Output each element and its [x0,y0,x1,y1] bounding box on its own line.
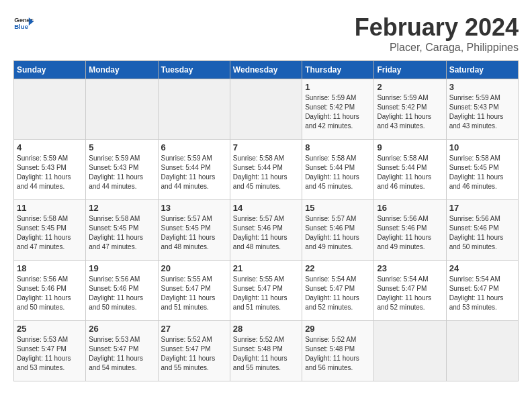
calendar-cell: 16Sunrise: 5:56 AM Sunset: 5:46 PM Dayli… [374,200,446,261]
calendar-cell [374,321,446,381]
day-number: 16 [377,203,443,213]
day-info: Sunrise: 5:58 AM Sunset: 5:44 PM Dayligh… [377,154,443,191]
day-info: Sunrise: 5:57 AM Sunset: 5:46 PM Dayligh… [233,214,299,252]
calendar-cell: 12Sunrise: 5:58 AM Sunset: 5:45 PM Dayli… [86,200,158,261]
day-info: Sunrise: 5:55 AM Sunset: 5:47 PM Dayligh… [161,275,227,312]
day-number: 28 [233,324,299,334]
header: General Blue February 2024 Placer, Carag… [13,13,519,54]
day-info: Sunrise: 5:54 AM Sunset: 5:47 PM Dayligh… [305,275,371,312]
weekday-header-wednesday: Wednesday [230,61,302,79]
calendar-cell: 27Sunrise: 5:52 AM Sunset: 5:47 PM Dayli… [158,321,230,381]
calendar-cell: 28Sunrise: 5:52 AM Sunset: 5:48 PM Dayli… [230,321,302,381]
day-number: 25 [17,324,83,334]
calendar-table: SundayMondayTuesdayWednesdayThursdayFrid… [13,60,519,381]
day-info: Sunrise: 5:53 AM Sunset: 5:47 PM Dayligh… [89,335,154,373]
day-info: Sunrise: 5:59 AM Sunset: 5:44 PM Dayligh… [161,154,227,191]
day-number: 18 [17,263,83,273]
calendar-cell [446,321,518,381]
calendar-cell [86,79,158,140]
day-number: 29 [305,324,371,334]
calendar-cell: 2Sunrise: 5:59 AM Sunset: 5:42 PM Daylig… [374,79,446,140]
weekday-header-saturday: Saturday [446,61,518,79]
calendar-cell: 19Sunrise: 5:56 AM Sunset: 5:46 PM Dayli… [86,261,158,321]
day-number: 17 [449,203,515,213]
day-info: Sunrise: 5:52 AM Sunset: 5:48 PM Dayligh… [305,335,371,373]
day-info: Sunrise: 5:58 AM Sunset: 5:45 PM Dayligh… [17,214,83,252]
weekday-header-tuesday: Tuesday [158,61,230,79]
week-row-4: 18Sunrise: 5:56 AM Sunset: 5:46 PM Dayli… [14,261,519,321]
calendar-cell: 20Sunrise: 5:55 AM Sunset: 5:47 PM Dayli… [158,261,230,321]
calendar-cell [230,79,302,140]
weekday-header-row: SundayMondayTuesdayWednesdayThursdayFrid… [14,61,519,79]
calendar-cell: 26Sunrise: 5:53 AM Sunset: 5:47 PM Dayli… [86,321,158,381]
weekday-header-monday: Monday [86,61,158,79]
day-info: Sunrise: 5:56 AM Sunset: 5:46 PM Dayligh… [449,214,515,252]
week-row-2: 4Sunrise: 5:59 AM Sunset: 5:43 PM Daylig… [14,140,519,200]
day-info: Sunrise: 5:56 AM Sunset: 5:46 PM Dayligh… [377,214,443,252]
day-info: Sunrise: 5:59 AM Sunset: 5:42 PM Dayligh… [305,93,371,131]
day-info: Sunrise: 5:58 AM Sunset: 5:44 PM Dayligh… [305,154,371,191]
calendar-cell: 1Sunrise: 5:59 AM Sunset: 5:42 PM Daylig… [302,79,374,140]
day-info: Sunrise: 5:54 AM Sunset: 5:47 PM Dayligh… [449,275,515,312]
day-number: 10 [449,142,515,152]
day-number: 19 [89,263,154,273]
week-row-3: 11Sunrise: 5:58 AM Sunset: 5:45 PM Dayli… [14,200,519,261]
logo: General Blue [13,13,34,34]
day-number: 1 [305,82,371,92]
calendar-cell: 24Sunrise: 5:54 AM Sunset: 5:47 PM Dayli… [446,261,518,321]
calendar-cell: 21Sunrise: 5:55 AM Sunset: 5:47 PM Dayli… [230,261,302,321]
day-info: Sunrise: 5:59 AM Sunset: 5:42 PM Dayligh… [377,93,443,131]
calendar-cell: 6Sunrise: 5:59 AM Sunset: 5:44 PM Daylig… [158,140,230,200]
calendar-cell: 8Sunrise: 5:58 AM Sunset: 5:44 PM Daylig… [302,140,374,200]
calendar-cell: 9Sunrise: 5:58 AM Sunset: 5:44 PM Daylig… [374,140,446,200]
day-number: 27 [161,324,227,334]
calendar-cell: 5Sunrise: 5:59 AM Sunset: 5:43 PM Daylig… [86,140,158,200]
day-number: 23 [377,263,443,273]
day-number: 24 [449,263,515,273]
day-number: 3 [449,82,515,92]
calendar-cell: 10Sunrise: 5:58 AM Sunset: 5:45 PM Dayli… [446,140,518,200]
week-row-5: 25Sunrise: 5:53 AM Sunset: 5:47 PM Dayli… [14,321,519,381]
day-number: 5 [89,142,154,152]
calendar-cell: 4Sunrise: 5:59 AM Sunset: 5:43 PM Daylig… [14,140,86,200]
calendar-cell: 14Sunrise: 5:57 AM Sunset: 5:46 PM Dayli… [230,200,302,261]
calendar-subtitle: Placer, Caraga, Philippines [355,42,519,54]
day-info: Sunrise: 5:57 AM Sunset: 5:46 PM Dayligh… [305,214,371,252]
calendar-cell: 29Sunrise: 5:52 AM Sunset: 5:48 PM Dayli… [302,321,374,381]
day-info: Sunrise: 5:59 AM Sunset: 5:43 PM Dayligh… [89,154,154,191]
day-info: Sunrise: 5:53 AM Sunset: 5:47 PM Dayligh… [17,335,83,373]
day-number: 22 [305,263,371,273]
day-number: 4 [17,142,83,152]
day-number: 7 [233,142,299,152]
day-info: Sunrise: 5:52 AM Sunset: 5:48 PM Dayligh… [233,335,299,373]
day-info: Sunrise: 5:59 AM Sunset: 5:43 PM Dayligh… [449,93,515,131]
day-number: 14 [233,203,299,213]
weekday-header-sunday: Sunday [14,61,86,79]
day-number: 6 [161,142,227,152]
title-area: February 2024 Placer, Caraga, Philippine… [355,13,519,54]
weekday-header-friday: Friday [374,61,446,79]
day-number: 2 [377,82,443,92]
calendar-cell [14,79,86,140]
calendar-title: February 2024 [355,13,519,42]
day-info: Sunrise: 5:58 AM Sunset: 5:45 PM Dayligh… [89,214,154,252]
day-info: Sunrise: 5:59 AM Sunset: 5:43 PM Dayligh… [17,154,83,191]
day-number: 15 [305,203,371,213]
day-number: 12 [89,203,154,213]
day-info: Sunrise: 5:58 AM Sunset: 5:44 PM Dayligh… [233,154,299,191]
day-number: 13 [161,203,227,213]
day-info: Sunrise: 5:58 AM Sunset: 5:45 PM Dayligh… [449,154,515,191]
day-info: Sunrise: 5:56 AM Sunset: 5:46 PM Dayligh… [17,275,83,312]
calendar-cell: 25Sunrise: 5:53 AM Sunset: 5:47 PM Dayli… [14,321,86,381]
day-info: Sunrise: 5:52 AM Sunset: 5:47 PM Dayligh… [161,335,227,373]
calendar-cell: 11Sunrise: 5:58 AM Sunset: 5:45 PM Dayli… [14,200,86,261]
calendar-cell: 18Sunrise: 5:56 AM Sunset: 5:46 PM Dayli… [14,261,86,321]
svg-text:Blue: Blue [14,23,28,30]
day-info: Sunrise: 5:57 AM Sunset: 5:45 PM Dayligh… [161,214,227,252]
day-number: 20 [161,263,227,273]
calendar-cell [158,79,230,140]
day-number: 21 [233,263,299,273]
day-number: 11 [17,203,83,213]
day-number: 9 [377,142,443,152]
day-info: Sunrise: 5:56 AM Sunset: 5:46 PM Dayligh… [89,275,154,312]
